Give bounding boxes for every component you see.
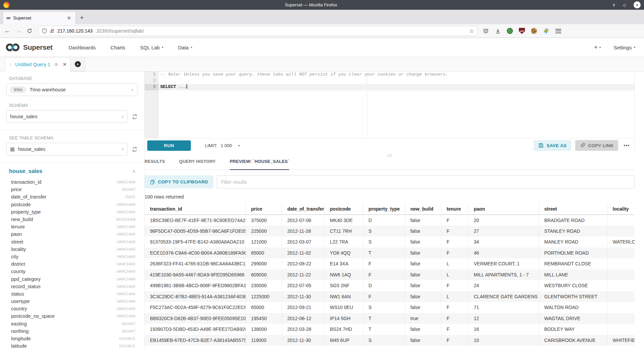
cell-paon: 46 <box>468 248 539 259</box>
cell-new-build: false <box>405 215 441 226</box>
table-header-cell[interactable]: locality <box>607 203 635 215</box>
table-header-cell[interactable]: postcode <box>324 203 363 215</box>
settings-menu[interactable]: Settings▾ <box>613 45 635 50</box>
refresh-schemas-icon[interactable] <box>132 114 138 120</box>
tab-preview-house-sales[interactable]: PREVIEW: `HOUSE_SALES` <box>230 159 289 170</box>
close-window-icon[interactable]: × <box>634 1 641 8</box>
table-header-cell[interactable]: tenure <box>441 203 468 215</box>
forward-icon[interactable]: → <box>15 28 22 34</box>
table-row[interactable]: 91370533-19F5-47FE-B142-A380A8ADA210 121… <box>145 236 635 248</box>
cell-tenure: F <box>441 335 468 346</box>
cell-date-of-transfer: 2012-11-30 <box>282 291 324 302</box>
table-row[interactable]: 499B1981-3B6B-4BCD-808F-9FED9802BFA1 230… <box>145 280 635 291</box>
tracking-shield-icon[interactable] <box>42 28 47 34</box>
query-tab-close-icon[interactable]: ✕ <box>62 61 67 68</box>
cell-transaction-id: F5C273AC-0D2A-458F-8279-9C61F0C22EC6 <box>145 302 246 313</box>
column-name: property_type <box>11 209 41 215</box>
tab-results[interactable]: RESULTS <box>145 159 165 170</box>
database-select[interactable]: trino Trino warehouse ∨ <box>6 83 138 96</box>
pocket-icon[interactable] <box>482 28 489 34</box>
cookie-icon[interactable] <box>531 28 537 34</box>
save-as-button[interactable]: SAVE AS <box>534 140 571 151</box>
add-new-button[interactable]: +▾ <box>594 44 601 51</box>
table-header-cell[interactable]: date_of_transfer <box>282 203 324 215</box>
nav-dashboards[interactable]: Dashboards <box>68 45 96 50</box>
browser-tab-close-icon[interactable]: ✕ <box>66 15 72 21</box>
table-header-cell[interactable]: paon <box>468 203 539 215</box>
bookmark-star-icon[interactable]: ☆ <box>469 28 474 34</box>
more-actions-button[interactable]: ••• <box>622 143 631 148</box>
column-type: BIGINT <box>122 329 136 333</box>
drag-handle-icon[interactable]: ⋮ <box>8 62 13 67</box>
refresh-tables-icon[interactable] <box>132 146 138 152</box>
table-row[interactable]: F5C273AC-0D2A-458F-8279-9C61F0C22EC6 650… <box>145 302 635 313</box>
table-row[interactable]: 1B5C39ED-BE7F-41EF-9E71-9C60EED74A22 375… <box>145 215 635 226</box>
table-select[interactable]: ▦ house_sales ∨ <box>6 143 128 156</box>
privacy-icon[interactable] <box>506 28 513 34</box>
cell-postcode: SG5 2NF <box>324 280 363 291</box>
table-row[interactable]: 3C3C29DC-B7B2-4BE5-914A-A38123AF403B 122… <box>145 291 635 302</box>
tab-query-history[interactable]: QUERY HISTORY <box>179 159 216 170</box>
chevron-down-icon: ▾ <box>599 46 601 49</box>
table-name-heading[interactable]: house_sales <box>9 168 42 174</box>
table-row[interactable]: 419E1030-9A55-4467-8DA9-9FED95D65966 609… <box>145 269 635 280</box>
cell-new-build: false <box>405 236 441 248</box>
sql-editor[interactable]: 1 -- Note: Unless you save your query, t… <box>145 72 634 138</box>
schema-select[interactable]: house_sales ∨ <box>6 110 128 123</box>
table-row[interactable]: ECE1D376-C9A6-4C00-B004-A380B189FA56 850… <box>145 248 635 259</box>
table-header-cell[interactable]: transaction_id <box>145 203 246 215</box>
table-row[interactable]: 2636F323-FF41-4765-81DB-98CAA6A43BC1 299… <box>145 258 635 269</box>
cell-locality <box>607 313 635 324</box>
table-row[interactable]: 98F5DC47-0D05-4D59-95B7-98CA6F1FDE05 225… <box>145 226 635 237</box>
results-table-wrap[interactable]: transaction_idpricedate_of_transferpostc… <box>145 203 635 350</box>
browser-tabstrip: ∞ Superset ✕ + <box>0 10 644 24</box>
cell-new-build: false <box>405 291 441 302</box>
download-icon[interactable] <box>494 28 501 34</box>
column-type: BIGINT <box>122 187 136 191</box>
limit-dropdown[interactable]: LIMIT: 1 000 ▾ <box>205 143 240 148</box>
superset-brand[interactable]: Superset <box>5 42 52 52</box>
nav-charts[interactable]: Charts <box>110 45 125 50</box>
panel-resize-handle[interactable] <box>387 155 392 157</box>
maximize-icon[interactable]: ◇ <box>623 2 626 7</box>
url-bar[interactable]: 217.160.120.143 :32393/superset/sqllab/ … <box>38 26 478 36</box>
table-row[interactable]: BB8320C9-D82B-4B37-90E0-9FEE05095E10 195… <box>145 313 635 324</box>
table-header-cell[interactable]: street <box>539 203 607 215</box>
table-row[interactable]: EB1459EB-67ED-47C8-B2E7-A38143AB5575 119… <box>145 335 635 346</box>
cell-price: 65000 <box>246 302 282 313</box>
table-header-cell[interactable]: price <box>246 203 282 215</box>
table-header-cell[interactable]: new_build <box>405 203 441 215</box>
back-icon[interactable]: ← <box>4 28 11 34</box>
containers-icon[interactable] <box>543 28 549 34</box>
column-name: paon <box>11 231 22 237</box>
cell-transaction-id: ECE1D376-C9A6-4C00-B004-A380B189FA56 <box>145 248 246 259</box>
collapse-table-icon[interactable]: ∧ <box>132 169 136 174</box>
save-icon <box>538 143 544 148</box>
insecure-lock-icon[interactable] <box>50 28 55 34</box>
cell-postcode: M45 6UP <box>324 335 363 346</box>
nav-data[interactable]: Data▾ <box>178 45 192 50</box>
ublock-icon[interactable]: uO <box>519 28 525 34</box>
column-name: city <box>11 254 18 259</box>
minimize-icon[interactable]: ∨ <box>612 2 615 7</box>
column-row: longitude DOUBLE <box>6 335 138 342</box>
cell-paon: 27 <box>468 226 539 237</box>
table-schema-label: SEE TABLE SCHEMA <box>9 135 138 140</box>
copy-to-clipboard-button[interactable]: COPY TO CLIPBOARD <box>145 175 213 188</box>
copy-link-button[interactable]: COPY LINK <box>575 140 618 151</box>
reload-icon[interactable] <box>27 28 34 34</box>
run-button[interactable]: RUN <box>147 140 191 151</box>
new-browser-tab-button[interactable]: + <box>76 11 88 24</box>
cell-street: GLENTWORTH STREET <box>539 291 607 302</box>
browser-tab[interactable]: ∞ Superset ✕ <box>3 11 76 24</box>
table-header-cell[interactable]: property_type <box>363 203 405 215</box>
menu-icon[interactable] <box>555 28 561 34</box>
add-query-tab-button[interactable]: + <box>70 57 85 71</box>
filter-results-input[interactable] <box>217 175 635 188</box>
nav-sql-lab[interactable]: SQL Lab▾ <box>140 45 163 50</box>
column-name: longitude <box>11 336 31 341</box>
column-name: status <box>11 291 24 297</box>
cell-date-of-transfer: 2012-11-02 <box>282 248 324 259</box>
table-row[interactable]: 193907D3-5DBD-453D-A49E-9FEE27DAB926 138… <box>145 324 635 335</box>
query-tab[interactable]: ⋮ Untitled Query 1 ✕ <box>5 57 70 72</box>
